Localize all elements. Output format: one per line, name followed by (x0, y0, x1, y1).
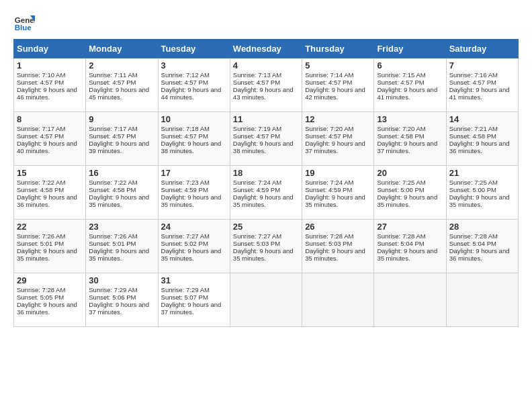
day-cell: 21Sunrise: 7:25 AMSunset: 5:00 PMDayligh… (446, 166, 518, 220)
day-number: 29 (17, 275, 83, 285)
sunset-time: Sunset: 4:58 PM (89, 186, 136, 193)
day-number: 26 (305, 222, 371, 232)
day-cell: 24Sunrise: 7:27 AMSunset: 5:02 PMDayligh… (158, 220, 230, 273)
sunrise-time: Sunrise: 7:28 AM (449, 232, 498, 240)
sunrise-time: Sunrise: 7:20 AM (305, 125, 353, 132)
day-cell: 28Sunrise: 7:28 AMSunset: 5:04 PMDayligh… (446, 220, 518, 273)
header-wednesday: Wednesday (230, 40, 302, 58)
day-cell: 14Sunrise: 7:21 AMSunset: 4:58 PMDayligh… (446, 112, 518, 166)
day-cell: 18Sunrise: 7:24 AMSunset: 4:59 PMDayligh… (230, 166, 302, 220)
sunrise-time: Sunrise: 7:17 AM (89, 125, 137, 132)
sunset-time: Sunset: 4:59 PM (305, 186, 352, 193)
day-number: 25 (233, 222, 299, 232)
day-number: 6 (377, 60, 443, 71)
day-cell: 1Sunrise: 7:10 AMSunset: 4:57 PMDaylight… (14, 58, 86, 112)
day-number: 20 (377, 168, 443, 178)
day-cell: 19Sunrise: 7:24 AMSunset: 4:59 PMDayligh… (302, 166, 374, 220)
day-cell: 29Sunrise: 7:28 AMSunset: 5:05 PMDayligh… (14, 273, 86, 327)
sunset-time: Sunset: 4:59 PM (161, 186, 208, 193)
daylight-label: Daylight: 9 hours and 37 minutes. (161, 301, 222, 316)
sunrise-time: Sunrise: 7:17 AM (17, 125, 65, 132)
sunrise-time: Sunrise: 7:16 AM (449, 71, 498, 79)
daylight-label: Daylight: 9 hours and 39 minutes. (89, 140, 149, 154)
sunrise-time: Sunrise: 7:29 AM (161, 286, 210, 293)
header-friday: Friday (374, 40, 446, 58)
day-cell: 20Sunrise: 7:25 AMSunset: 5:00 PMDayligh… (374, 166, 446, 220)
sunrise-time: Sunrise: 7:28 AM (17, 286, 65, 293)
sunrise-time: Sunrise: 7:10 AM (17, 71, 65, 79)
day-cell: 13Sunrise: 7:20 AMSunset: 4:58 PMDayligh… (374, 112, 446, 166)
day-cell: 12Sunrise: 7:20 AMSunset: 4:57 PMDayligh… (302, 112, 374, 166)
daylight-label: Daylight: 9 hours and 35 minutes. (161, 193, 222, 208)
sunset-time: Sunset: 5:05 PM (17, 293, 64, 301)
day-number: 13 (377, 114, 443, 124)
sunset-time: Sunset: 5:00 PM (449, 186, 496, 193)
daylight-label: Daylight: 9 hours and 35 minutes. (161, 247, 222, 262)
sunrise-time: Sunrise: 7:26 AM (89, 232, 137, 240)
daylight-label: Daylight: 9 hours and 38 minutes. (161, 140, 222, 154)
day-cell: 9Sunrise: 7:17 AMSunset: 4:57 PMDaylight… (86, 112, 158, 166)
week-row-5: 29Sunrise: 7:28 AMSunset: 5:05 PMDayligh… (14, 273, 519, 327)
sunrise-time: Sunrise: 7:25 AM (449, 179, 498, 186)
daylight-label: Daylight: 9 hours and 35 minutes. (305, 193, 365, 208)
sunset-time: Sunset: 4:57 PM (161, 79, 208, 86)
day-number: 16 (89, 168, 154, 178)
day-number: 10 (161, 114, 227, 124)
day-number: 14 (449, 114, 515, 124)
sunset-time: Sunset: 4:58 PM (377, 132, 424, 140)
sunrise-time: Sunrise: 7:22 AM (17, 179, 65, 186)
sunset-time: Sunset: 5:06 PM (89, 293, 136, 301)
sunset-time: Sunset: 4:57 PM (233, 132, 280, 140)
sunset-time: Sunset: 4:57 PM (89, 79, 136, 86)
daylight-label: Daylight: 9 hours and 45 minutes. (89, 86, 149, 101)
sunrise-time: Sunrise: 7:28 AM (377, 232, 425, 240)
sunrise-time: Sunrise: 7:15 AM (377, 71, 425, 79)
sunrise-time: Sunrise: 7:14 AM (305, 71, 353, 79)
sunset-time: Sunset: 4:57 PM (449, 79, 496, 86)
daylight-label: Daylight: 9 hours and 35 minutes. (377, 193, 437, 208)
daylight-label: Daylight: 9 hours and 37 minutes. (89, 301, 149, 316)
day-number: 23 (89, 222, 154, 232)
day-cell: 16Sunrise: 7:22 AMSunset: 4:58 PMDayligh… (86, 166, 158, 220)
day-cell: 31Sunrise: 7:29 AMSunset: 5:07 PMDayligh… (158, 273, 230, 327)
svg-text:Blue: Blue (15, 24, 32, 32)
day-number: 5 (305, 60, 371, 71)
daylight-label: Daylight: 9 hours and 35 minutes. (233, 193, 294, 208)
day-number: 2 (89, 60, 154, 71)
sunrise-time: Sunrise: 7:23 AM (161, 179, 210, 186)
day-number: 18 (233, 168, 299, 178)
day-number: 12 (305, 114, 371, 124)
day-cell (446, 273, 518, 327)
day-cell: 11Sunrise: 7:19 AMSunset: 4:57 PMDayligh… (230, 112, 302, 166)
day-cell: 27Sunrise: 7:28 AMSunset: 5:04 PMDayligh… (374, 220, 446, 273)
week-row-1: 1Sunrise: 7:10 AMSunset: 4:57 PMDaylight… (14, 58, 519, 112)
sunrise-time: Sunrise: 7:27 AM (161, 232, 210, 240)
header-tuesday: Tuesday (158, 40, 230, 58)
day-cell: 26Sunrise: 7:28 AMSunset: 5:03 PMDayligh… (302, 220, 374, 273)
day-number: 3 (161, 60, 227, 71)
sunrise-time: Sunrise: 7:24 AM (233, 179, 281, 186)
sunrise-time: Sunrise: 7:22 AM (89, 179, 137, 186)
calendar-table: SundayMondayTuesdayWednesdayThursdayFrid… (13, 39, 519, 327)
daylight-label: Daylight: 9 hours and 36 minutes. (17, 301, 77, 316)
day-cell: 15Sunrise: 7:22 AMSunset: 4:58 PMDayligh… (14, 166, 86, 220)
sunrise-time: Sunrise: 7:27 AM (233, 232, 281, 240)
sunrise-time: Sunrise: 7:19 AM (233, 125, 281, 132)
day-cell: 7Sunrise: 7:16 AMSunset: 4:57 PMDaylight… (446, 58, 518, 112)
daylight-label: Daylight: 9 hours and 37 minutes. (377, 140, 437, 154)
daylight-label: Daylight: 9 hours and 35 minutes. (449, 193, 510, 208)
sunrise-time: Sunrise: 7:21 AM (449, 125, 498, 132)
header-thursday: Thursday (302, 40, 374, 58)
sunrise-time: Sunrise: 7:12 AM (161, 71, 210, 79)
day-cell: 25Sunrise: 7:27 AMSunset: 5:03 PMDayligh… (230, 220, 302, 273)
sunset-time: Sunset: 4:59 PM (233, 186, 280, 193)
sunset-time: Sunset: 5:07 PM (161, 293, 208, 301)
daylight-label: Daylight: 9 hours and 37 minutes. (305, 140, 365, 154)
header-saturday: Saturday (446, 40, 518, 58)
daylight-label: Daylight: 9 hours and 36 minutes. (449, 247, 510, 262)
daylight-label: Daylight: 9 hours and 41 minutes. (377, 86, 437, 101)
sunrise-time: Sunrise: 7:26 AM (17, 232, 65, 240)
sunrise-time: Sunrise: 7:13 AM (233, 71, 281, 79)
day-cell (374, 273, 446, 327)
sunset-time: Sunset: 4:57 PM (233, 79, 280, 86)
